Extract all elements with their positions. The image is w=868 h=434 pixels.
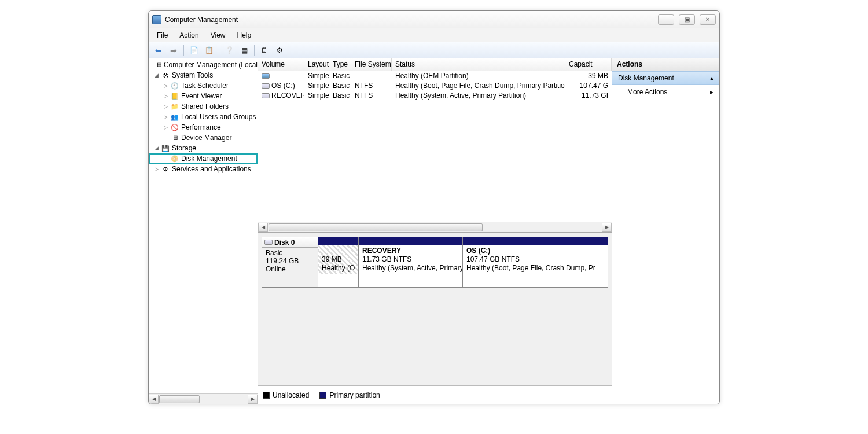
view-button[interactable]: ▤ bbox=[238, 44, 251, 57]
users-icon: 👥 bbox=[170, 112, 179, 122]
col-volume[interactable]: Volume bbox=[258, 58, 304, 71]
refresh-button[interactable]: 🗓 bbox=[258, 44, 271, 57]
volume-header: Volume Layout Type File System Status Ca… bbox=[258, 58, 612, 71]
drive-icon bbox=[262, 73, 270, 79]
action-more-actions[interactable]: More Actions ▸ bbox=[612, 85, 719, 99]
disk-row: Disk 0 Basic 119.24 GB Online 39 MB Heal… bbox=[262, 237, 608, 288]
volume-row[interactable]: OS (C:) Simple Basic NTFS Healthy (Boot,… bbox=[258, 81, 612, 91]
tree-hscrollbar[interactable]: ◀ ▶ bbox=[149, 393, 258, 404]
computer-icon: 🖥 bbox=[156, 60, 162, 69]
up-button[interactable]: 📄 bbox=[187, 44, 200, 57]
tree-performance[interactable]: ▷🚫 Performance bbox=[149, 122, 258, 133]
col-type[interactable]: Type bbox=[329, 58, 351, 71]
folder-up-icon: 📄 bbox=[190, 46, 198, 54]
tree-pane: 🖥 Computer Management (Local ◢🛠 System T… bbox=[149, 58, 258, 404]
back-button[interactable]: ⬅ bbox=[152, 44, 165, 57]
volume-hscrollbar[interactable]: ◀ ▶ bbox=[258, 222, 612, 232]
settings-button[interactable]: ⚙ bbox=[273, 44, 286, 57]
storage-icon: 💾 bbox=[161, 144, 170, 153]
tree-shared-folders[interactable]: ▷📁 Shared Folders bbox=[149, 101, 258, 112]
arrow-right-icon: ➡ bbox=[170, 46, 177, 55]
list-icon: ▤ bbox=[241, 46, 248, 54]
tree-event-viewer[interactable]: ▷📒 Event Viewer bbox=[149, 91, 258, 101]
window-title: Computer Management bbox=[165, 16, 658, 24]
minimize-button[interactable]: — bbox=[658, 14, 674, 25]
tree-storage[interactable]: ◢💾 Storage bbox=[149, 143, 258, 153]
services-icon: ⚙ bbox=[161, 164, 170, 174]
swatch-unallocated bbox=[263, 392, 270, 399]
actions-pane: Actions Disk Management ▴ More Actions ▸ bbox=[612, 58, 719, 404]
disk-graphic-pane: Disk 0 Basic 119.24 GB Online 39 MB Heal… bbox=[258, 232, 612, 404]
col-status[interactable]: Status bbox=[392, 58, 565, 71]
chevron-right-icon: ▸ bbox=[710, 88, 713, 96]
volume-row[interactable]: Simple Basic Healthy (OEM Partition) 39 … bbox=[258, 71, 612, 81]
properties-button[interactable]: 📋 bbox=[203, 44, 215, 57]
menu-file[interactable]: File bbox=[151, 30, 174, 41]
window: Computer Management — ▣ ✕ File Action Vi… bbox=[148, 10, 720, 404]
tree-root[interactable]: 🖥 Computer Management (Local bbox=[149, 60, 258, 70]
close-button[interactable]: ✕ bbox=[700, 14, 716, 25]
tree-services[interactable]: ▷⚙ Services and Applications bbox=[149, 164, 258, 174]
arrow-left-icon: ⬅ bbox=[155, 46, 162, 55]
help-icon: ❔ bbox=[225, 46, 234, 54]
tree-task-scheduler[interactable]: ▷🕘 Task Scheduler bbox=[149, 80, 258, 91]
forward-button[interactable]: ➡ bbox=[167, 44, 180, 57]
partition-oem[interactable]: 39 MB Healthy (O bbox=[318, 237, 359, 288]
legend: Unallocated Primary partition bbox=[258, 385, 612, 404]
drive-icon bbox=[262, 83, 270, 89]
event-icon: 📒 bbox=[170, 91, 179, 101]
titlebar: Computer Management — ▣ ✕ bbox=[149, 11, 719, 28]
menu-action[interactable]: Action bbox=[174, 30, 204, 41]
app-icon bbox=[152, 15, 161, 24]
partition-recovery[interactable]: RECOVERY 11.73 GB NTFS Healthy (System, … bbox=[359, 237, 463, 288]
volume-row[interactable]: RECOVERY Simple Basic NTFS Healthy (Syst… bbox=[258, 91, 612, 101]
tree-local-users[interactable]: ▷👥 Local Users and Groups bbox=[149, 112, 258, 122]
collapse-up-icon: ▴ bbox=[710, 74, 713, 82]
menubar: File Action View Help bbox=[149, 28, 719, 42]
menu-view[interactable]: View bbox=[205, 30, 231, 41]
disk-icon bbox=[264, 240, 273, 245]
toolbar: ⬅ ➡ 📄 📋 ❔ ▤ 🗓 ⚙ bbox=[149, 42, 719, 58]
tools-icon: 🛠 bbox=[161, 71, 170, 80]
col-filesystem[interactable]: File System bbox=[351, 58, 392, 71]
disk-icon: 📀 bbox=[170, 154, 179, 163]
clock-icon: 🕘 bbox=[170, 81, 179, 90]
help-button[interactable]: ❔ bbox=[223, 44, 236, 57]
partition-os[interactable]: OS (C:) 107.47 GB NTFS Healthy (Boot, Pa… bbox=[463, 237, 608, 288]
properties-icon: 📋 bbox=[205, 46, 214, 54]
col-layout[interactable]: Layout bbox=[304, 58, 329, 71]
action-disk-management[interactable]: Disk Management ▴ bbox=[612, 71, 719, 85]
performance-icon: 🚫 bbox=[170, 123, 179, 132]
disk-info[interactable]: Disk 0 Basic 119.24 GB Online bbox=[262, 237, 318, 288]
gear-icon: ⚙ bbox=[277, 46, 283, 54]
refresh-icon: 🗓 bbox=[261, 46, 268, 54]
maximize-button[interactable]: ▣ bbox=[679, 14, 695, 25]
drive-icon bbox=[262, 93, 270, 98]
tree-device-manager[interactable]: 🖥 Device Manager bbox=[149, 133, 258, 143]
menu-help[interactable]: Help bbox=[231, 30, 258, 41]
tree-disk-management[interactable]: 📀 Disk Management bbox=[149, 153, 258, 164]
center-pane: Volume Layout Type File System Status Ca… bbox=[258, 58, 612, 404]
device-icon: 🖥 bbox=[170, 133, 179, 142]
swatch-primary bbox=[319, 392, 326, 399]
col-capacity[interactable]: Capacit bbox=[565, 58, 612, 71]
actions-header: Actions bbox=[612, 58, 719, 71]
tree-system-tools[interactable]: ◢🛠 System Tools bbox=[149, 70, 258, 80]
folder-icon: 📁 bbox=[170, 102, 179, 111]
volume-list: Volume Layout Type File System Status Ca… bbox=[258, 58, 612, 232]
